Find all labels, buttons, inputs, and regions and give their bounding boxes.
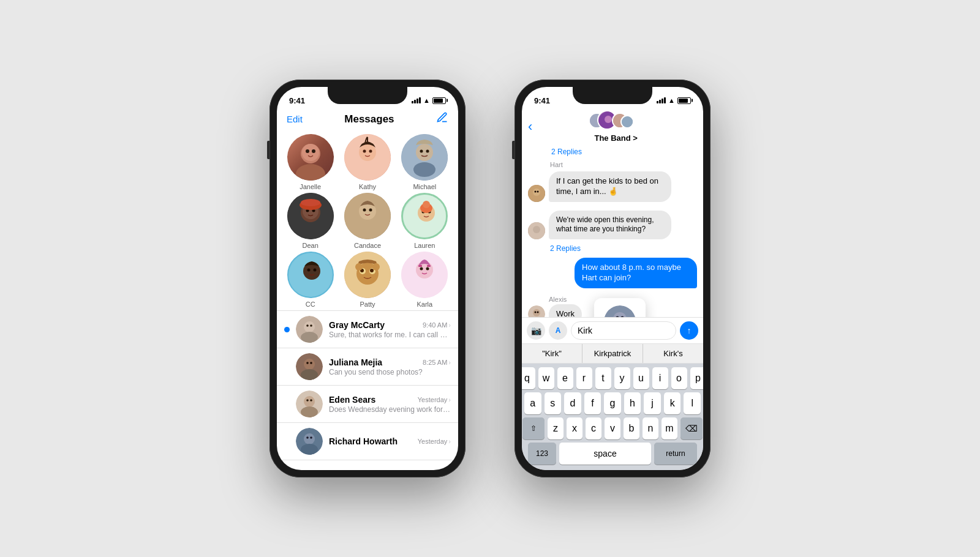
autocomplete-kirks[interactable]: Kirk's [643, 344, 703, 363]
message-item-gray[interactable]: Gray McCarty 9:40 AM › Sure, that works … [277, 311, 458, 348]
key-w[interactable]: w [538, 367, 554, 389]
message-item-juliana[interactable]: Juliana Mejia 8:25 AM › Can you send tho… [277, 348, 458, 386]
chat-row-hart: If I can get the kids to bed on time, I … [528, 171, 697, 202]
key-o[interactable]: o [671, 367, 687, 389]
svg-point-57 [310, 362, 312, 364]
svg-point-40 [370, 269, 374, 272]
replies-indicator-2[interactable]: 2 Replies [528, 244, 697, 253]
avatar-cc [287, 252, 334, 298]
signal-bars-1 [412, 97, 421, 103]
key-s[interactable]: s [545, 392, 562, 414]
key-l[interactable]: l [684, 392, 701, 414]
status-icons-2: ▲ [657, 97, 691, 104]
appstore-button[interactable]: A [549, 321, 567, 340]
bubble-hart: If I can get the kids to bed on time, I … [549, 171, 671, 202]
autocomplete-kirkpatrick[interactable]: Kirkpatrick [582, 344, 643, 363]
key-d[interactable]: d [564, 392, 581, 414]
key-y[interactable]: y [614, 367, 630, 389]
key-c[interactable]: c [586, 417, 601, 439]
contact-label-lauren: Lauren [414, 242, 435, 249]
key-m[interactable]: m [662, 417, 677, 439]
edit-button[interactable]: Edit [287, 114, 303, 124]
key-b[interactable]: b [624, 417, 639, 439]
kb-row-1: q w e r t y u i o p [524, 367, 701, 389]
svg-point-10 [416, 144, 433, 161]
contact-candace[interactable]: Candace [340, 193, 394, 249]
kb-row-3: ⇧ z x c v b n m ⌫ [524, 417, 701, 439]
space-key[interactable]: space [559, 443, 651, 465]
contact-label-patty: Patty [360, 301, 375, 308]
status-time-2: 9:41 [534, 96, 550, 105]
msg-content-richard: Richard Howarth Yesterday › [329, 436, 451, 447]
messages-title: Messages [344, 113, 394, 125]
svg-point-41 [355, 263, 363, 271]
svg-point-30 [423, 201, 430, 208]
bubble-alexis: Work [549, 304, 582, 317]
replies-indicator-1[interactable]: 2 Replies [528, 148, 697, 156]
contact-patty[interactable]: Patty [340, 252, 394, 308]
contact-cc[interactable]: CC [283, 252, 337, 308]
key-h[interactable]: h [624, 392, 641, 414]
msg-time-gray: 9:40 AM › [423, 321, 451, 329]
key-g[interactable]: g [604, 392, 621, 414]
key-k[interactable]: k [664, 392, 681, 414]
key-z[interactable]: z [548, 417, 564, 439]
key-x[interactable]: x [567, 417, 582, 439]
svg-point-52 [310, 324, 312, 327]
svg-point-56 [306, 362, 309, 364]
keyboard: q w e r t y u i o p a s d f g [522, 364, 703, 470]
msg-preview-juliana: Can you send those photos? [329, 368, 451, 376]
key-i[interactable]: i [652, 367, 668, 389]
contact-karla[interactable]: Karla [398, 252, 452, 308]
key-p[interactable]: p [690, 367, 704, 389]
delete-key[interactable]: ⌫ [680, 417, 703, 439]
svg-point-20 [301, 199, 320, 206]
key-q[interactable]: q [522, 367, 535, 389]
contact-janelle[interactable]: Janelle [283, 134, 337, 190]
bubble-outgoing: How about 8 p.m. so maybe Hart can join? [575, 258, 697, 288]
status-icons-1: ▲ [412, 97, 446, 104]
msg-name-eden: Eden Sears [329, 395, 375, 405]
group-name[interactable]: The Band > [594, 133, 637, 143]
contact-lauren[interactable]: Lauren [398, 193, 452, 249]
svg-point-79 [533, 226, 540, 233]
key-v[interactable]: v [605, 417, 620, 439]
shift-key[interactable]: ⇧ [522, 417, 545, 439]
contact-michael[interactable]: Michael [398, 134, 452, 190]
key-a[interactable]: a [524, 392, 541, 414]
signal-bars-2 [657, 97, 666, 103]
compose-button[interactable] [436, 111, 448, 127]
svg-point-82 [535, 311, 537, 313]
svg-point-7 [363, 150, 366, 153]
key-n[interactable]: n [643, 417, 658, 439]
contact-dean[interactable]: Dean [283, 193, 337, 249]
key-j[interactable]: j [644, 392, 661, 414]
group-av-4 [620, 115, 634, 129]
message-input[interactable]: Kirk [571, 321, 676, 340]
kirk-popup[interactable]: Kirk [594, 298, 646, 317]
message-item-richard[interactable]: Richard Howarth Yesterday › [277, 423, 458, 460]
chat-messages-area: 2 Replies Hart If I can get the kids to … [522, 145, 703, 317]
msg-name-gray: Gray McCarty [329, 320, 385, 330]
unread-dot-gray [284, 327, 290, 332]
return-key[interactable]: return [654, 443, 697, 465]
contact-kathy[interactable]: Kathy [340, 134, 394, 190]
svg-point-63 [301, 406, 318, 417]
contacts-grid: Janelle Ka [277, 132, 458, 310]
autocomplete-kirk-quoted[interactable]: "Kirk" [522, 344, 582, 363]
back-button[interactable]: ‹ [528, 119, 532, 135]
key-e[interactable]: e [557, 367, 573, 389]
sender-name-hart: Hart [528, 161, 697, 168]
send-button[interactable]: ↑ [680, 321, 698, 340]
key-t[interactable]: t [595, 367, 611, 389]
svg-point-71 [605, 116, 612, 123]
camera-button[interactable]: 📷 [527, 321, 545, 340]
message-item-eden[interactable]: Eden Sears Yesterday › Does Wednesday ev… [277, 386, 458, 423]
key-f[interactable]: f [584, 392, 601, 414]
svg-point-45 [420, 267, 423, 271]
group-info[interactable]: The Band > [535, 110, 697, 143]
key-u[interactable]: u [633, 367, 649, 389]
num-key[interactable]: 123 [528, 443, 556, 465]
avatar-janelle [287, 134, 334, 181]
key-r[interactable]: r [576, 367, 592, 389]
